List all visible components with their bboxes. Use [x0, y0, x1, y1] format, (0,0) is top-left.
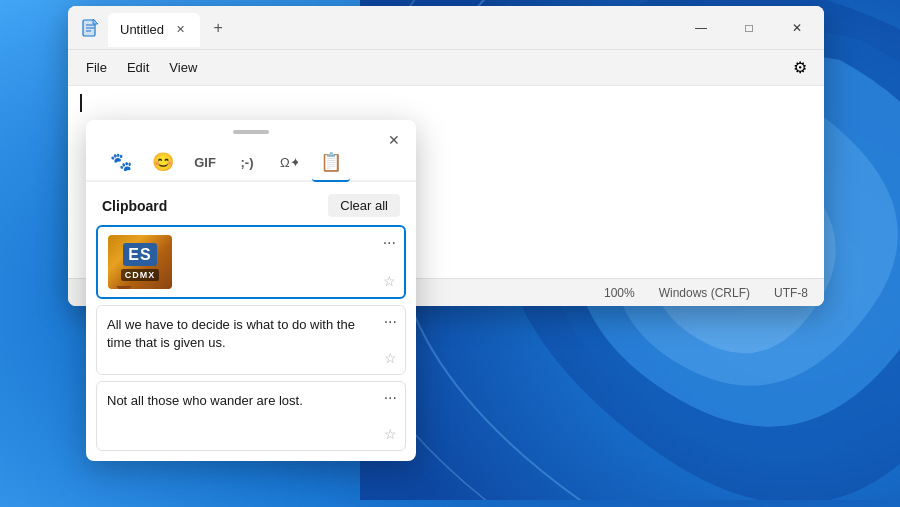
window-controls: — □ ✕ [678, 12, 820, 44]
item-more-menu[interactable]: ··· [383, 235, 396, 251]
tab-title: Untitled [120, 22, 164, 37]
item-more-menu-3[interactable]: ··· [384, 390, 397, 406]
item-pin-button-3[interactable]: ☆ [384, 426, 397, 442]
item-pin-button[interactable]: ☆ [383, 273, 396, 289]
new-tab-button[interactable]: + [204, 14, 232, 42]
image-es-badge: ES [123, 243, 156, 266]
tab-untitled[interactable]: Untitled ✕ [108, 13, 200, 47]
zoom-level: 100% [604, 286, 635, 300]
notepad-app-icon [80, 18, 100, 38]
tab-sticker[interactable]: 🐾 [102, 144, 140, 182]
clipboard-title: Clipboard [102, 198, 167, 214]
minimize-button[interactable]: — [678, 12, 724, 44]
menu-edit[interactable]: Edit [117, 56, 159, 79]
maximize-button[interactable]: □ [726, 12, 772, 44]
clipboard-item-image[interactable]: ES CDMX ··· ☆ [96, 225, 406, 299]
menu-file[interactable]: File [76, 56, 117, 79]
clear-all-button[interactable]: Clear all [328, 194, 400, 217]
tab-emoji[interactable]: 😊 [144, 144, 182, 182]
tab-close-button[interactable]: ✕ [172, 22, 188, 38]
clipboard-item-text-1[interactable]: All we have to decide is what to do with… [96, 305, 406, 375]
line-ending: Windows (CRLF) [659, 286, 750, 300]
panel-close-button[interactable]: ✕ [382, 128, 406, 152]
title-bar: Untitled ✕ + — □ ✕ [68, 6, 824, 50]
tab-gif[interactable]: GIF [186, 144, 224, 182]
emoji-icon-tabs: 🐾 😊 GIF ;-) Ω✦ 📋 [86, 140, 416, 182]
clipboard-header: Clipboard Clear all [86, 182, 416, 225]
settings-button[interactable]: ⚙ [784, 52, 816, 84]
menu-view[interactable]: View [159, 56, 207, 79]
item-more-menu-2[interactable]: ··· [384, 314, 397, 330]
encoding: UTF-8 [774, 286, 808, 300]
tab-special-chars[interactable]: Ω✦ [270, 144, 308, 182]
tab-emoticon[interactable]: ;-) [228, 144, 266, 182]
clipboard-panel: ✕ 🐾 😊 GIF ;-) Ω✦ 📋 Clipboard Clear all E… [86, 120, 416, 461]
clipboard-items-list: ES CDMX ··· ☆ All we have to decide is w… [86, 225, 416, 461]
tab-container: Untitled ✕ + [108, 6, 678, 49]
clipboard-item-text-content-2: Not all those who wander are lost. [107, 392, 395, 410]
item-pin-button-2[interactable]: ☆ [384, 350, 397, 366]
close-button[interactable]: ✕ [774, 12, 820, 44]
text-cursor [80, 94, 82, 112]
panel-drag-handle[interactable] [86, 120, 416, 140]
clipboard-item-image-preview: ES CDMX [108, 235, 172, 289]
clipboard-item-text-2[interactable]: Not all those who wander are lost. ··· ☆ [96, 381, 406, 451]
svg-text:Ω✦: Ω✦ [280, 155, 298, 170]
drag-indicator [233, 130, 269, 134]
clipboard-item-text-content-1: All we have to decide is what to do with… [107, 316, 395, 352]
menu-bar: File Edit View ⚙ [68, 50, 824, 86]
tab-clipboard[interactable]: 📋 [312, 144, 350, 182]
image-cdmx-badge: CDMX [121, 269, 160, 281]
